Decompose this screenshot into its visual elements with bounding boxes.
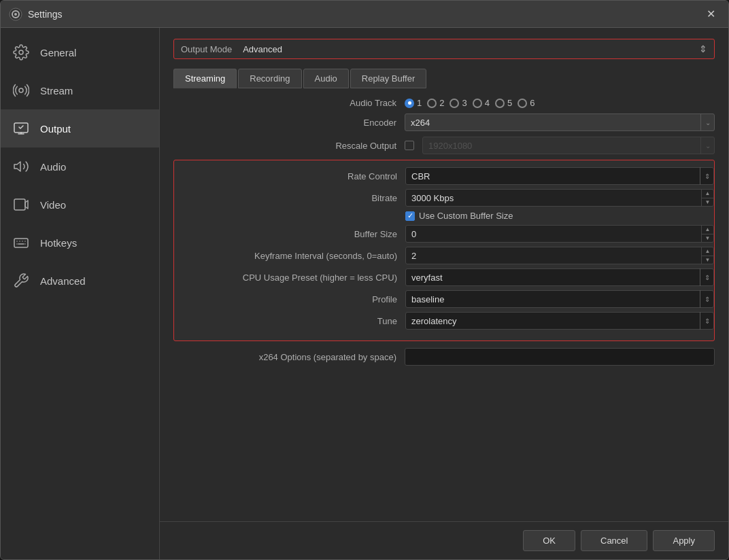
sidebar-item-general[interactable]: General bbox=[1, 33, 159, 71]
radio-3-circle bbox=[450, 99, 459, 108]
sidebar-item-hotkeys[interactable]: Hotkeys bbox=[1, 224, 159, 262]
cpu-preset-value: veryfast bbox=[406, 273, 700, 283]
custom-buffer-row: ✓ Use Custom Buffer Size bbox=[174, 211, 714, 221]
sidebar-label-video: Video bbox=[40, 199, 66, 211]
keyframe-down[interactable]: ▼ bbox=[702, 256, 713, 265]
radio-track-2[interactable]: 2 bbox=[427, 98, 444, 108]
audio-track-label: Audio Track bbox=[173, 98, 405, 108]
rescale-resolution-select[interactable]: 1920x1080 ⌄ bbox=[422, 137, 715, 154]
profile-label: Profile bbox=[174, 294, 405, 304]
radio-track-5[interactable]: 5 bbox=[495, 98, 512, 108]
title-bar: Settings ✕ bbox=[1, 1, 728, 28]
tune-value: zerolatency bbox=[406, 316, 700, 326]
rescale-row: Rescale Output 1920x1080 ⌄ bbox=[173, 137, 715, 154]
tune-arrow: ⇕ bbox=[700, 312, 713, 330]
buffer-size-control: 0 ▲ ▼ bbox=[405, 225, 714, 243]
encoder-value: x264 bbox=[405, 118, 700, 128]
radio-track-3[interactable]: 3 bbox=[450, 98, 467, 108]
keyframe-up[interactable]: ▲ bbox=[702, 247, 713, 256]
ok-button[interactable]: OK bbox=[523, 530, 575, 551]
sidebar-item-video[interactable]: Video bbox=[1, 186, 159, 224]
sidebar-label-output: Output bbox=[40, 123, 71, 135]
bitrate-down[interactable]: ▼ bbox=[702, 198, 713, 207]
keyframe-interval-row: Keyframe Interval (seconds, 0=auto) 2 ▲ … bbox=[174, 247, 714, 264]
apply-button[interactable]: Apply bbox=[653, 530, 715, 551]
radio-4-circle bbox=[473, 99, 482, 108]
output-mode-spinner[interactable]: ⇕ bbox=[699, 43, 707, 54]
tab-recording[interactable]: Recording bbox=[238, 69, 301, 88]
custom-buffer-checkbox[interactable]: ✓ bbox=[405, 211, 415, 221]
cpu-preset-row: CPU Usage Preset (higher = less CPU) ver… bbox=[174, 268, 714, 286]
cpu-preset-select[interactable]: veryfast ⇕ bbox=[405, 268, 714, 286]
radio-5-circle bbox=[495, 99, 505, 108]
encoder-settings-section: Rate Control CBR ⇕ Bitrate bbox=[173, 160, 715, 341]
main-content: Output Mode Advanced ⇕ Streaming Recordi… bbox=[160, 28, 728, 559]
keyframe-interval-control: 2 ▲ ▼ bbox=[405, 247, 714, 264]
output-mode-value: Advanced bbox=[243, 44, 699, 54]
tabs-bar: Streaming Recording Audio Replay Buffer bbox=[173, 69, 715, 88]
cancel-button[interactable]: Cancel bbox=[581, 530, 647, 551]
sidebar: General Stream bbox=[1, 28, 160, 559]
encoder-select[interactable]: x264 ⌄ bbox=[405, 113, 715, 131]
audio-track-radio-group: 1 2 3 4 bbox=[405, 98, 535, 108]
buffer-size-up[interactable]: ▲ bbox=[702, 225, 713, 234]
tune-row: Tune zerolatency ⇕ bbox=[174, 312, 714, 330]
profile-arrow: ⇕ bbox=[700, 290, 713, 308]
buffer-size-down[interactable]: ▼ bbox=[702, 234, 713, 243]
encoder-arrow: ⌄ bbox=[700, 113, 714, 131]
stream-icon bbox=[12, 81, 31, 100]
buffer-size-label: Buffer Size bbox=[174, 229, 405, 239]
profile-select[interactable]: baseline ⇕ bbox=[405, 290, 714, 308]
tab-replay-buffer[interactable]: Replay Buffer bbox=[350, 69, 427, 88]
buffer-size-spinner[interactable]: ▲ ▼ bbox=[701, 225, 713, 243]
settings-window: Settings ✕ General bbox=[0, 0, 729, 560]
output-icon bbox=[12, 119, 31, 138]
x264-options-input[interactable] bbox=[405, 348, 715, 366]
sidebar-label-advanced: Advanced bbox=[40, 275, 86, 287]
radio-1-circle bbox=[405, 99, 414, 108]
tune-label: Tune bbox=[174, 316, 405, 326]
bitrate-input[interactable]: 3000 Kbps ▲ ▼ bbox=[405, 189, 714, 207]
sidebar-label-hotkeys: Hotkeys bbox=[40, 237, 77, 249]
radio-track-1[interactable]: 1 bbox=[405, 98, 422, 108]
encoder-label: Encoder bbox=[173, 118, 405, 128]
close-button[interactable]: ✕ bbox=[701, 5, 720, 24]
rescale-resolution-value: 1920x1080 bbox=[423, 141, 700, 151]
rate-control-select[interactable]: CBR ⇕ bbox=[405, 167, 714, 185]
sidebar-item-stream[interactable]: Stream bbox=[1, 71, 159, 109]
rescale-resolution-arrow: ⌄ bbox=[700, 137, 714, 154]
bitrate-row: Bitrate 3000 Kbps ▲ ▼ bbox=[174, 189, 714, 207]
buffer-size-row: Buffer Size 0 ▲ ▼ bbox=[174, 225, 714, 243]
footer: OK Cancel Apply bbox=[160, 521, 728, 559]
sidebar-label-general: General bbox=[40, 47, 76, 58]
rescale-checkbox[interactable] bbox=[405, 141, 414, 150]
profile-control: baseline ⇕ bbox=[405, 290, 714, 308]
sidebar-item-audio[interactable]: Audio bbox=[1, 147, 159, 186]
x264-options-label: x264 Options (separated by space) bbox=[173, 352, 405, 362]
radio-track-6[interactable]: 6 bbox=[518, 98, 535, 108]
video-icon bbox=[12, 195, 31, 214]
encoder-control: x264 ⌄ bbox=[405, 113, 715, 131]
profile-value: baseline bbox=[406, 294, 700, 304]
x264-options-row: x264 Options (separated by space) bbox=[173, 348, 715, 366]
svg-rect-5 bbox=[14, 199, 25, 210]
bitrate-spinner[interactable]: ▲ ▼ bbox=[701, 189, 713, 207]
audio-track-row: Audio Track 1 2 bbox=[173, 98, 715, 108]
bitrate-up[interactable]: ▲ bbox=[702, 189, 713, 198]
tab-streaming[interactable]: Streaming bbox=[173, 69, 237, 88]
buffer-size-input[interactable]: 0 ▲ ▼ bbox=[405, 225, 714, 243]
keyframe-interval-input[interactable]: 2 ▲ ▼ bbox=[405, 247, 714, 264]
bitrate-value: 3000 Kbps bbox=[406, 193, 701, 203]
keyframe-interval-spinner[interactable]: ▲ ▼ bbox=[701, 247, 713, 264]
wrench-icon bbox=[12, 271, 31, 290]
bitrate-control: 3000 Kbps ▲ ▼ bbox=[405, 189, 714, 207]
cpu-preset-control: veryfast ⇕ bbox=[405, 268, 714, 286]
tab-audio[interactable]: Audio bbox=[303, 69, 349, 88]
tune-select[interactable]: zerolatency ⇕ bbox=[405, 312, 714, 330]
app-icon bbox=[9, 7, 22, 21]
keyframe-interval-label: Keyframe Interval (seconds, 0=auto) bbox=[174, 251, 405, 261]
sidebar-item-output[interactable]: Output bbox=[1, 109, 159, 147]
sidebar-item-advanced[interactable]: Advanced bbox=[1, 262, 159, 300]
radio-6-circle bbox=[518, 99, 527, 108]
radio-track-4[interactable]: 4 bbox=[473, 98, 490, 108]
